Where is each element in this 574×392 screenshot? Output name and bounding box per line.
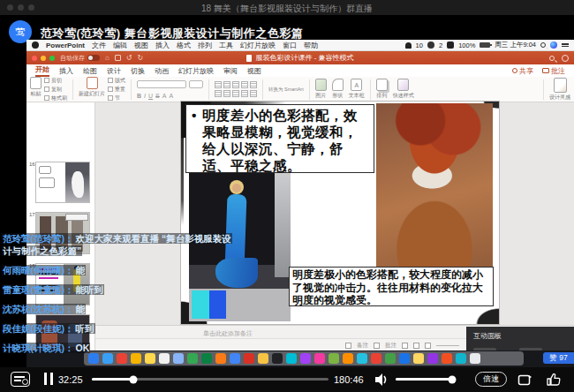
progress-bar[interactable]	[92, 378, 329, 381]
tab-transitions[interactable]: 切换	[131, 66, 145, 76]
paste-button[interactable]: 粘贴	[30, 77, 42, 98]
comments-button[interactable]: 批注	[542, 66, 565, 76]
menu-item-help[interactable]: 帮助	[304, 41, 318, 50]
playlist-icon[interactable]	[11, 372, 30, 387]
tab-animations[interactable]: 动画	[155, 66, 169, 76]
dock-app-icon[interactable]	[385, 353, 396, 364]
reset-button[interactable]: 重置	[108, 86, 125, 94]
dock-app-icon[interactable]	[300, 353, 311, 364]
menu-item-format[interactable]: 格式	[177, 41, 191, 50]
ppt-traffic-lights[interactable]	[32, 56, 55, 61]
highlight-button[interactable]: A	[169, 93, 173, 99]
align-left-icon[interactable]	[215, 90, 222, 97]
control-center-icon[interactable]	[562, 43, 569, 47]
menubar-clock[interactable]: 周三 上午9:04	[495, 41, 536, 49]
dock-app-icon[interactable]	[371, 353, 381, 364]
underline-button[interactable]: U	[148, 93, 153, 99]
autosave-toggle[interactable]	[87, 55, 100, 61]
status-dot-icon[interactable]	[427, 41, 434, 49]
menu-item-file[interactable]: 文件	[92, 41, 106, 50]
like-button[interactable]	[546, 372, 561, 387]
share-button[interactable]: 共享	[512, 66, 533, 76]
home-icon[interactable]: ⌂	[105, 55, 110, 62]
volume-icon[interactable]	[374, 373, 389, 387]
apple-menu-icon[interactable]	[32, 41, 39, 49]
dock-app-icon[interactable]	[413, 353, 424, 364]
dock-app-icon[interactable]	[329, 353, 339, 364]
tab-insert[interactable]: 插入	[59, 66, 73, 76]
siri-icon[interactable]	[550, 41, 557, 49]
undo-icon[interactable]: ↺	[126, 55, 132, 62]
font-size-select[interactable]	[189, 80, 203, 88]
spotlight-icon[interactable]	[540, 42, 546, 48]
statusbar-notes-label[interactable]: 备注	[357, 342, 368, 350]
dock-app-icon[interactable]	[399, 353, 410, 364]
menu-app-name[interactable]: PowerPoint	[46, 41, 85, 49]
dock-app-icon[interactable]	[244, 353, 254, 364]
dock-app-icon[interactable]	[357, 353, 367, 364]
redo-icon[interactable]: ↻	[138, 55, 144, 62]
dock-app-icon[interactable]	[314, 353, 325, 364]
menu-item-view[interactable]: 视图	[134, 41, 148, 50]
progress-handle[interactable]	[129, 375, 137, 383]
playback-speed-button[interactable]: 倍速	[475, 372, 507, 387]
slideshow-view-icon[interactable]	[425, 343, 431, 349]
section-button[interactable]: 节	[108, 94, 125, 102]
smartart-button[interactable]: 转换为 SmartArt	[268, 87, 304, 93]
notification-bell-icon[interactable]	[405, 42, 412, 49]
slide-textbox-bottom[interactable]: 明度差极小的色彩搭配，较大程度的减小了视觉的冲击力。往往用材料的变化拉大明度的视…	[289, 267, 494, 306]
bullets-icon[interactable]	[215, 81, 222, 88]
text-direction-icon[interactable]	[250, 90, 257, 97]
menu-item-insert[interactable]: 插入	[155, 41, 170, 50]
quick-styles-button[interactable]: 快速样式	[393, 79, 414, 100]
rotate-fullscreen-icon[interactable]	[517, 373, 533, 387]
font-color-button[interactable]: A	[162, 93, 167, 99]
volume-handle[interactable]	[449, 375, 457, 383]
save-icon[interactable]	[115, 55, 121, 61]
pause-button[interactable]	[44, 373, 53, 385]
comments-toggle-icon[interactable]	[374, 343, 380, 349]
menu-item-window[interactable]: 窗口	[283, 41, 297, 50]
justify-icon[interactable]	[241, 90, 248, 97]
font-name-select[interactable]	[137, 80, 186, 88]
tab-review[interactable]: 审阅	[223, 66, 238, 76]
insert-picture-button[interactable]: 图片	[315, 79, 327, 100]
indent-icon[interactable]	[232, 81, 239, 88]
tab-design[interactable]: 设计	[107, 66, 121, 76]
line-spacing-icon[interactable]	[241, 81, 248, 88]
tab-draw[interactable]: 绘图	[83, 66, 97, 76]
ppt-search-icon[interactable]	[549, 56, 555, 61]
dock-app-icon[interactable]	[456, 353, 466, 364]
statusbar-comments-label[interactable]: 批注	[385, 342, 397, 350]
zoom-slider[interactable]	[436, 345, 459, 346]
numbering-icon[interactable]	[223, 81, 230, 88]
new-slide-button[interactable]: 新建幻灯片	[79, 77, 105, 98]
dock-app-icon[interactable]	[258, 353, 268, 364]
cut-button[interactable]: 剪切	[44, 77, 67, 85]
copy-button[interactable]: 复制	[44, 86, 67, 94]
dock-app-icon[interactable]	[470, 353, 480, 364]
ppt-share-icon[interactable]	[562, 55, 569, 62]
columns-icon[interactable]	[250, 81, 257, 88]
design-ideas-button[interactable]: 设计灵感	[549, 78, 570, 102]
slide-thumbnail-16[interactable]	[35, 162, 90, 203]
layout-button[interactable]: 版式	[108, 77, 125, 85]
menu-item-tools[interactable]: 工具	[219, 41, 233, 50]
likes-badge[interactable]: 赞 97	[543, 352, 574, 364]
italic-button[interactable]: I	[144, 93, 146, 99]
slide-textbox-top[interactable]: • 明度差小的色彩搭配，效果略显模糊，视觉缓和，给人以深沉、宁静，舒适、平稳之感…	[185, 104, 374, 173]
app-switcher-icon[interactable]	[447, 41, 454, 49]
menu-item-arrange[interactable]: 排列	[198, 41, 212, 50]
dock-app-icon[interactable]	[427, 353, 438, 364]
normal-view-icon[interactable]	[402, 343, 408, 349]
dock-app-icon[interactable]	[442, 353, 452, 364]
align-right-icon[interactable]	[232, 90, 239, 97]
dock-app-icon[interactable]	[272, 353, 283, 364]
strikethrough-button[interactable]: S	[155, 93, 160, 99]
menu-item-slideshow[interactable]: 幻灯片放映	[240, 41, 276, 50]
insert-shape-button[interactable]: 形状	[332, 79, 344, 100]
notes-toggle-icon[interactable]	[345, 343, 351, 349]
dock-app-icon[interactable]	[286, 353, 297, 364]
insert-textbox-button[interactable]: A文本框	[349, 79, 365, 100]
tab-view[interactable]: 视图	[247, 66, 261, 76]
